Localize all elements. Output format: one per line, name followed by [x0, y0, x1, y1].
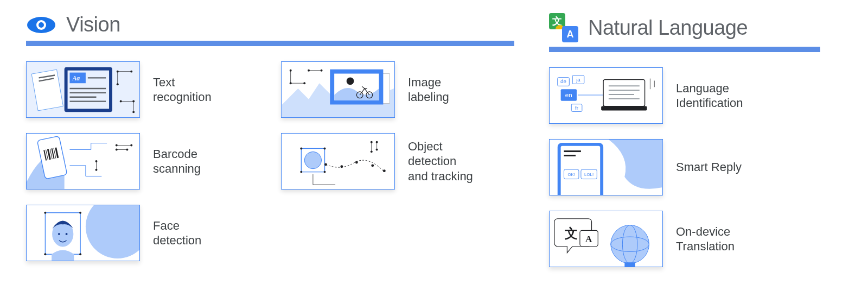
svg-point-79 — [66, 233, 68, 235]
feature-object-detection: Objectdetectionand tracking — [281, 133, 514, 190]
svg-point-33 — [290, 70, 292, 72]
svg-point-55 — [95, 169, 98, 171]
object-detection-illustration — [281, 133, 395, 190]
vision-title: Vision — [66, 13, 120, 36]
image-labeling-label: Imagelabeling — [408, 75, 449, 105]
smart-reply-label: Smart Reply — [676, 160, 742, 175]
svg-point-2 — [39, 22, 44, 28]
translation-label: On-deviceTranslation — [676, 224, 735, 254]
svg-point-34 — [290, 82, 292, 84]
li-de: de — [560, 78, 566, 84]
svg-point-49 — [130, 144, 132, 147]
svg-point-63 — [300, 148, 302, 150]
nl-grid: de ja en fr — [549, 67, 820, 267]
svg-point-19 — [117, 83, 119, 85]
translation-illustration: 文 A — [549, 211, 663, 267]
svg-point-38 — [321, 70, 323, 72]
language-id-label: LanguageIdentification — [676, 81, 743, 111]
face-detection-label: Facedetection — [153, 218, 201, 248]
text-recognition-label: Textrecognition — [153, 75, 212, 105]
svg-point-66 — [324, 171, 326, 173]
smart-reply-illustration: OK! LOL! — [549, 139, 663, 195]
natural-language-section: 文 A Natural Language de ja — [549, 13, 820, 267]
svg-rect-89 — [603, 80, 645, 106]
svg-point-72 — [371, 150, 373, 153]
image-labeling-illustration — [281, 61, 395, 118]
svg-point-48 — [116, 144, 118, 147]
svg-point-103 — [611, 225, 649, 264]
svg-point-78 — [58, 233, 60, 235]
svg-point-61 — [371, 164, 374, 167]
svg-point-22 — [120, 100, 122, 103]
svg-point-73 — [376, 141, 378, 143]
svg-point-80 — [44, 212, 46, 214]
svg-point-60 — [355, 161, 358, 164]
vision-rule — [26, 41, 514, 46]
svg-point-81 — [79, 212, 81, 214]
eye-icon — [26, 14, 56, 36]
sr-lol: LOL! — [584, 172, 593, 177]
svg-point-23 — [132, 100, 135, 103]
feature-barcode-scanning: Barcodescanning — [26, 133, 259, 190]
feature-on-device-translation: 文 A On-deviceTranslation — [549, 211, 820, 267]
feature-smart-reply: OK! LOL! Smart Reply — [549, 139, 820, 195]
svg-rect-106 — [624, 262, 635, 267]
svg-point-74 — [376, 148, 378, 150]
barcode-scanning-label: Barcodescanning — [153, 147, 201, 176]
svg-point-28 — [347, 77, 354, 85]
li-en: en — [565, 91, 572, 98]
translate-icon: 文 A — [549, 13, 578, 42]
tl-a: A — [585, 233, 592, 244]
svg-point-64 — [324, 148, 326, 150]
svg-point-59 — [340, 165, 343, 168]
svg-point-62 — [383, 169, 386, 172]
object-detection-label: Objectdetectionand tracking — [408, 139, 473, 184]
language-id-illustration: de ja en fr — [549, 67, 663, 124]
feature-language-identification: de ja en fr — [549, 67, 820, 124]
sr-ok: OK! — [568, 172, 576, 177]
svg-rect-90 — [601, 106, 647, 111]
svg-point-37 — [308, 70, 310, 72]
nl-rule — [549, 47, 820, 52]
vision-grid: Aa Textrecogniti — [26, 61, 514, 261]
tl-cjk: 文 — [565, 226, 578, 241]
feature-face-detection: Facedetection — [26, 205, 259, 261]
svg-point-71 — [371, 141, 373, 143]
text-recognition-illustration: Aa — [26, 61, 140, 118]
nl-title: Natural Language — [588, 16, 748, 40]
vision-header: Vision — [26, 13, 514, 36]
svg-point-51 — [116, 148, 118, 150]
svg-point-52 — [126, 148, 128, 150]
svg-point-82 — [44, 253, 46, 255]
aa-label: Aa — [72, 75, 80, 82]
li-fr: fr — [575, 105, 579, 111]
feature-image-labeling: Imagelabeling — [281, 61, 514, 118]
feature-text-recognition: Aa Textrecogniti — [26, 61, 259, 118]
svg-point-75 — [86, 205, 139, 258]
svg-point-65 — [300, 171, 302, 173]
svg-point-17 — [130, 71, 132, 73]
svg-point-24 — [132, 111, 135, 113]
vision-section: Vision Aa — [26, 13, 514, 261]
li-ja: ja — [576, 77, 580, 83]
face-detection-illustration — [26, 205, 140, 261]
barcode-scanning-illustration — [26, 133, 140, 190]
svg-point-83 — [79, 253, 81, 255]
ml-capabilities-diagram: Vision Aa — [26, 13, 842, 267]
svg-point-58 — [324, 163, 327, 166]
svg-point-57 — [304, 152, 321, 168]
svg-point-35 — [303, 82, 305, 84]
nl-header: 文 A Natural Language — [549, 13, 820, 42]
